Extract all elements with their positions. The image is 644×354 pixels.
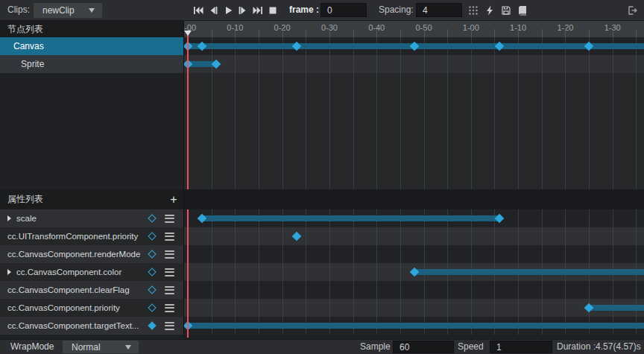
playhead-line[interactable]	[187, 209, 189, 335]
node-list-header: 节点列表	[0, 21, 183, 37]
property-row[interactable]: cc.CanvasComponent.targetText...	[0, 317, 183, 335]
speed-label: Speed	[458, 340, 484, 354]
stop-button[interactable]	[267, 4, 279, 16]
property-list: scalecc.UITransformComponent.prioritycc.…	[0, 209, 183, 335]
gridline	[282, 37, 283, 189]
duration-text: Duration :4.57(4.57)s	[557, 340, 641, 354]
gridline	[353, 209, 354, 335]
ruler-tick	[282, 29, 283, 37]
skip-to-start-button[interactable]	[192, 4, 204, 16]
expand-arrow-icon[interactable]	[7, 215, 11, 221]
property-menu-icon[interactable]	[165, 286, 174, 294]
ruler-tick	[613, 29, 613, 37]
skip-to-end-button[interactable]	[252, 4, 264, 16]
ruler-tick	[400, 29, 401, 37]
play-button[interactable]	[222, 4, 234, 16]
ruler-tick	[212, 29, 212, 37]
frame-label: frame :	[289, 0, 319, 20]
playhead-line[interactable]	[187, 37, 189, 189]
ruler-tick	[424, 29, 425, 37]
ruler-tick	[235, 29, 236, 37]
playhead-line	[187, 335, 189, 338]
sample-input[interactable]	[393, 341, 454, 353]
gridline	[259, 37, 259, 189]
node-row-canvas[interactable]: Canvas	[0, 37, 183, 55]
node-tracks-region	[184, 37, 644, 189]
gridline	[424, 37, 425, 189]
spacing-input[interactable]	[416, 3, 462, 17]
clip-select[interactable]: newClip	[34, 3, 102, 18]
speed-input[interactable]	[490, 341, 552, 353]
keyframe-toggle-icon[interactable]	[148, 214, 156, 222]
property-menu-icon[interactable]	[165, 268, 174, 276]
expand-arrow-icon[interactable]	[7, 269, 11, 275]
property-list-header: 属性列表 +	[0, 189, 183, 209]
node-row-sprite[interactable]: Sprite	[0, 55, 183, 73]
save-icon[interactable]	[500, 4, 512, 16]
property-menu-icon[interactable]	[165, 215, 174, 223]
property-row[interactable]: cc.UITransformComponent.priority	[0, 227, 183, 245]
timeline-ruler[interactable]: 0-000-100-200-300-400-501-001-101-201-30	[184, 21, 644, 37]
gridline	[400, 37, 401, 189]
gridline	[400, 209, 401, 335]
keyframe-toggle-icon[interactable]	[148, 268, 156, 276]
timeline-area: 0-000-100-200-300-400-501-001-101-201-30	[183, 21, 644, 339]
gridline	[636, 37, 637, 189]
property-row[interactable]: cc.CanvasComponent.renderMode	[0, 245, 183, 263]
keyframe-bar[interactable]	[188, 323, 644, 329]
gridline	[376, 209, 377, 335]
property-label: cc.UITransformComponent.priority	[7, 232, 145, 241]
timeline-divider-band	[184, 189, 644, 209]
gridline	[329, 37, 330, 189]
keyframe-bar[interactable]	[414, 269, 644, 275]
property-label: cc.CanvasComponent.priority	[7, 303, 145, 312]
left-panel: 节点列表 CanvasSprite 属性列表 + scalecc.UITrans…	[0, 21, 183, 339]
ruler-tick	[353, 29, 354, 37]
keyframe-toggle-icon[interactable]	[148, 250, 156, 258]
keyframe-toggle-icon[interactable]	[148, 321, 156, 329]
track-row	[184, 55, 644, 73]
keyframe-toggle-icon[interactable]	[148, 232, 156, 240]
keyframe-bar[interactable]	[589, 305, 644, 311]
gridline	[518, 37, 519, 189]
gridline	[589, 37, 590, 189]
property-row[interactable]: cc.CanvasComponent.clearFlag	[0, 281, 183, 299]
wrapmode-select[interactable]: Normal	[63, 341, 139, 353]
property-menu-icon[interactable]	[165, 250, 174, 259]
gridline	[447, 37, 448, 189]
node-list-empty-area	[0, 73, 183, 189]
wrapmode-label: WrapMode	[10, 340, 54, 354]
docs-book-icon[interactable]	[517, 4, 528, 16]
frame-input[interactable]	[321, 3, 367, 17]
next-frame-button[interactable]	[237, 4, 249, 16]
add-property-button[interactable]: +	[164, 189, 183, 209]
property-label: scale	[16, 214, 145, 223]
property-row[interactable]: cc.CanvasComponent.priority	[0, 299, 183, 317]
property-menu-icon[interactable]	[165, 322, 174, 330]
keyframe-bar[interactable]	[202, 215, 499, 221]
gridline	[542, 37, 543, 189]
property-row[interactable]: scale	[0, 209, 183, 227]
ruler-tick	[306, 29, 306, 37]
gridline	[282, 209, 283, 335]
exit-panel-icon[interactable]	[626, 4, 638, 16]
property-label: cc.CanvasComponent.targetText...	[7, 321, 145, 330]
previous-frame-button[interactable]	[207, 4, 219, 16]
chevron-down-icon	[89, 8, 95, 13]
wrapmode-select-value: Normal	[63, 342, 125, 353]
gridline	[306, 209, 306, 335]
ruler-tick	[329, 29, 330, 37]
node-list-title: 节点列表	[7, 24, 43, 34]
property-row[interactable]: cc.CanvasComponent.color	[0, 263, 183, 281]
keyframe-toggle-icon[interactable]	[148, 303, 156, 312]
gridline	[212, 209, 212, 335]
event-lightning-icon[interactable]	[484, 4, 496, 16]
snap-grid-icon[interactable]	[467, 4, 479, 16]
keyframe-toggle-icon[interactable]	[148, 285, 156, 294]
property-menu-icon[interactable]	[165, 304, 174, 312]
property-menu-icon[interactable]	[165, 233, 174, 241]
ruler-tick	[565, 29, 566, 37]
playhead-marker[interactable]	[184, 31, 192, 36]
node-list: CanvasSprite	[0, 37, 183, 73]
status-bar: WrapMode Normal Sample Speed Duration :4…	[0, 339, 644, 354]
